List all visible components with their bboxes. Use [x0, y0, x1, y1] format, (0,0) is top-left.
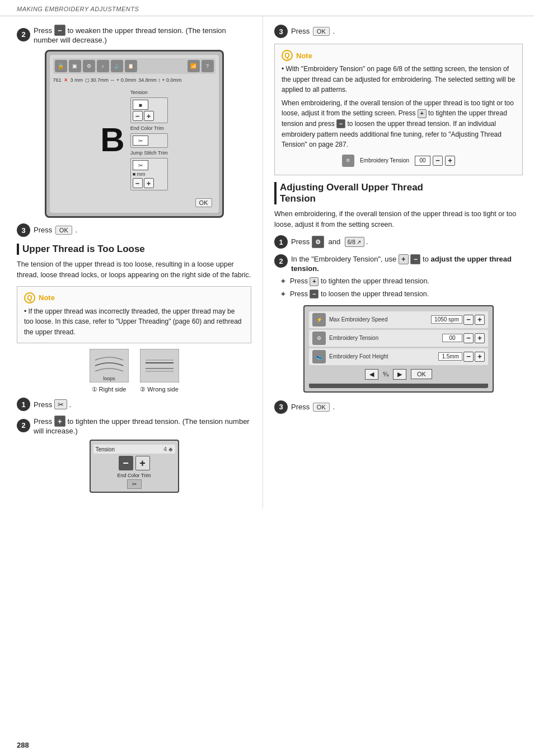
tension-setting-icon: ⚙	[312, 332, 326, 345]
tension-minus-small[interactable]: −	[119, 456, 133, 470]
page-footer: 288	[17, 741, 29, 749]
tension-setting-controls: 00 − +	[442, 333, 485, 343]
foot-plus[interactable]: +	[475, 352, 485, 362]
fabric-diagram-1: loops ① Right side	[90, 349, 129, 393]
next-btn[interactable]: ▶	[393, 369, 406, 380]
step3-top-text: Press OK .	[34, 226, 77, 235]
ok-right-bottom-btn[interactable]: OK	[313, 403, 330, 412]
settings-icon-btn[interactable]: ⚙	[312, 236, 324, 248]
foot-minus[interactable]: −	[463, 352, 474, 362]
plus-step2-right[interactable]: +	[399, 254, 409, 264]
emb-tension-plus-note[interactable]: +	[445, 156, 455, 166]
minus-bullet-btn[interactable]: −	[310, 290, 318, 298]
tension-value: ■	[133, 100, 148, 110]
step3-right-bottom-text: Press OK .	[291, 403, 335, 412]
jst-plus[interactable]: +	[144, 178, 154, 188]
diagram-label-1: ① Right side	[90, 386, 129, 393]
plus-bullet-btn[interactable]: +	[310, 277, 318, 286]
step3-top-circle: 3	[17, 223, 30, 237]
speed-plus[interactable]: +	[475, 315, 485, 325]
plus-note-btn[interactable]: +	[418, 109, 427, 118]
note-box-right: Q Note • With "Embroidery Tension" on pa…	[274, 44, 523, 175]
jump-stitch-trim-control: ✂ ■ mm − +	[130, 158, 168, 190]
plus-btn-left[interactable]: +	[54, 416, 65, 427]
page-icon-btn[interactable]: 6/8 ↗	[345, 237, 364, 247]
nav-row: ◀ ⁶⁄₉ ▶ OK	[309, 367, 488, 382]
speed-value: 1050 spm	[431, 315, 462, 324]
foot-icon: 👟	[312, 350, 326, 363]
tension-plus-small[interactable]: +	[135, 456, 150, 470]
page-header: MAKING EMBROIDERY ADJUSTMENTS	[0, 0, 534, 16]
step2b-left-circle: 2	[17, 419, 30, 432]
step1-right-row: 1 Press ⚙ and 6/8 ↗ .	[274, 235, 523, 249]
note-box-left: Q Note • If the upper thread was incorre…	[17, 286, 251, 344]
wifi-icon: 📶	[188, 60, 200, 72]
step2-right-row: 2 In the "Embroidery Tension", use + − t…	[274, 254, 523, 273]
step3-top-row: 3 Press OK .	[17, 223, 251, 237]
setting-screen: ⚡ Max Embroidery Speed 1050 spm − + ⚙ Em…	[303, 305, 494, 393]
tension-plus[interactable]: +	[144, 111, 154, 121]
left-column: 2 Press − to weaken the upper thread ten…	[0, 16, 263, 508]
pattern-B: B	[100, 121, 124, 158]
section-upper-loose: Upper Thread is Too Loose	[17, 244, 251, 255]
note-text-right: • With "Embroidery Tension" on page 6/8 …	[282, 64, 516, 150]
minus-step2-right[interactable]: −	[410, 254, 420, 264]
ok-button-screen[interactable]: OK	[195, 198, 212, 207]
minus-btn[interactable]: −	[54, 25, 65, 36]
audio-icon: ♪	[97, 60, 109, 72]
end-color-trim-label: End Color Trim	[130, 125, 168, 131]
step2-right-text: In the "Embroidery Tension", use + − to …	[291, 254, 523, 273]
pattern-icon: ▣	[69, 60, 81, 72]
emb-tension-val-note: 00	[415, 156, 430, 166]
tension-setting-plus[interactable]: +	[475, 333, 485, 343]
emb-tension-note-row: ⚙ Embroidery Tension 00 − +	[282, 155, 516, 167]
side-panel: Tension ■ − + End Color Trim	[130, 90, 168, 190]
step2-circle: 2	[17, 28, 30, 41]
lock-icon: 🔒	[55, 60, 67, 72]
note-title-left: Q Note	[24, 292, 244, 304]
info-icon: 📋	[125, 60, 137, 72]
step3-right-row: 3 Press OK .	[274, 25, 523, 38]
emb-tension-minus-note[interactable]: −	[433, 156, 443, 166]
tension-row-small: Tension 4 ♣	[93, 445, 175, 454]
tension-minus[interactable]: −	[133, 111, 143, 121]
fabric-svg-1: loops	[90, 349, 129, 382]
scissors-btn[interactable]: ✂	[54, 399, 67, 409]
minus-note-btn[interactable]: −	[336, 119, 345, 128]
setting-row-tension: ⚙ Embroidery Tension 00 − +	[309, 330, 488, 347]
prev-btn[interactable]: ◀	[365, 369, 378, 380]
foot-label: Embroidery Foot Height	[329, 353, 438, 360]
ok-right-btn[interactable]: OK	[313, 27, 330, 36]
end-color-trim-control: ✂	[130, 133, 168, 148]
speed-label: Max Embroidery Speed	[329, 316, 431, 323]
toolbar: 🔒 ▣ ⚙ ♪ ⚓ 📋 📶 ?	[53, 58, 216, 74]
ok-inline-btn[interactable]: OK	[55, 226, 72, 235]
embroidery-screen-left: 🔒 ▣ ⚙ ♪ ⚓ 📋 📶 ? 761 ✕ 3 mm ◻ 30.7mm ↔ + …	[45, 50, 224, 218]
step3-right-bottom-circle: 3	[274, 400, 288, 414]
svg-text:loops: loops	[103, 376, 115, 381]
step3-right-text: Press OK .	[291, 27, 335, 36]
step1-left-row: 1 Press ✂ .	[17, 398, 251, 411]
emb-icon-note: ⚙	[342, 155, 354, 167]
fabric-diagram-pair: loops ① Right side ② Wrong side	[17, 349, 251, 393]
note-title-right: Q Note	[282, 50, 516, 61]
ok-setting-btn[interactable]: OK	[411, 369, 432, 379]
step1-right-circle: 1	[274, 235, 288, 249]
jst-minus[interactable]: −	[133, 178, 143, 188]
right-column: 3 Press OK . Q Note • With "Embroidery T…	[263, 16, 534, 508]
bullet-star-1: ✦	[280, 276, 287, 286]
bullet-item-2: ✦ Press − to loosen the upper thread ten…	[280, 289, 523, 300]
tension-setting-minus[interactable]: −	[463, 333, 474, 343]
step3-right-circle: 3	[274, 25, 288, 38]
setting-row-speed: ⚡ Max Embroidery Speed 1050 spm − +	[309, 311, 488, 328]
setting-row-foot: 👟 Embroidery Foot Height 1.5mm − +	[309, 348, 488, 365]
tension-label: Tension	[130, 90, 168, 95]
step1-left-circle: 1	[17, 398, 30, 411]
foot-value: 1.5mm	[438, 352, 462, 361]
ok-button-area: OK	[53, 196, 216, 209]
step1-left-text: Press ✂ .	[34, 399, 71, 409]
note-icon-right: Q	[282, 50, 293, 61]
speed-minus[interactable]: −	[463, 315, 474, 325]
tension-setting-value: 00	[442, 334, 462, 342]
svg-rect-2	[140, 349, 179, 382]
